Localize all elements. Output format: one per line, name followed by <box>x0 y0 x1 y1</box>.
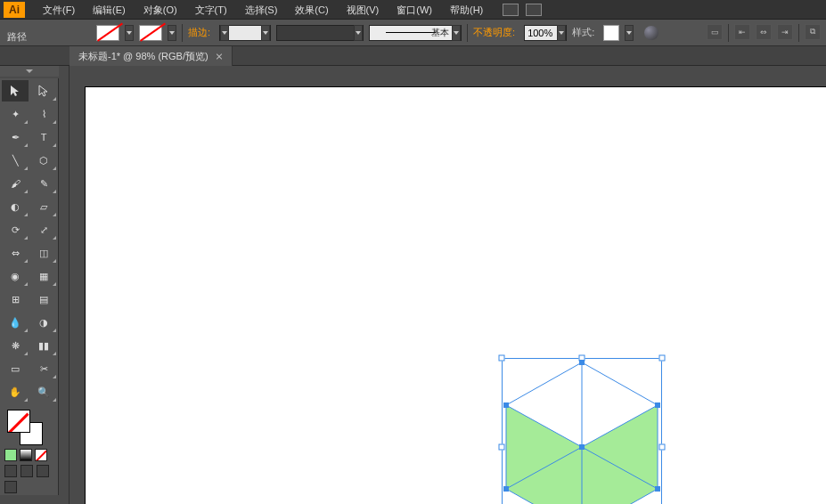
screen-mode-icon[interactable] <box>4 481 17 493</box>
eyedropper-tool[interactable]: 💧 <box>2 312 29 333</box>
blob-brush-tool[interactable]: ◐ <box>2 196 29 217</box>
perspective-grid-tool[interactable]: ▦ <box>30 265 57 287</box>
draw-inside-icon[interactable] <box>37 465 49 477</box>
shape-builder-tool[interactable]: ◉ <box>2 265 29 287</box>
gradient-swatch[interactable] <box>20 449 32 461</box>
anchor-ll[interactable] <box>503 486 509 492</box>
align-center-h-icon[interactable]: ⇔ <box>756 24 772 40</box>
recolor-artwork-icon[interactable] <box>644 26 658 40</box>
document-tab-bar: 未标题-1* @ 98% (RGB/预览) <box>0 46 826 66</box>
lasso-tool[interactable]: ⌇ <box>30 103 57 125</box>
gradient-tool[interactable]: ▤ <box>30 289 57 310</box>
left-gutter: ✦ ⌇ ✒ T ╲ ⬡ 🖌 ✎ ◐ ▱ ⟳ ⤢ ⇔ ◫ ◉ ▦ ⊞ ▤ 💧 ◑ <box>0 66 70 504</box>
magic-wand-tool[interactable]: ✦ <box>2 103 29 125</box>
style-label: 样式: <box>572 26 594 39</box>
arrange-docs-icon[interactable] <box>526 4 542 16</box>
transform-icon[interactable]: ⧉ <box>805 24 821 40</box>
document-tab-title: 未标题-1* @ 98% (RGB/预览) <box>78 50 209 63</box>
menu-view[interactable]: 视图(V) <box>338 0 388 20</box>
slice-tool[interactable]: ✂ <box>30 358 57 379</box>
rotate-tool[interactable]: ⟳ <box>2 219 29 240</box>
anchor-lr[interactable] <box>655 486 660 492</box>
width-tool[interactable]: ⇔ <box>2 242 29 264</box>
free-transform-tool[interactable]: ◫ <box>30 242 57 264</box>
scale-tool[interactable]: ⤢ <box>30 219 57 240</box>
anchor-ur[interactable] <box>655 402 660 408</box>
artboard <box>86 87 826 504</box>
stroke-dropdown[interactable] <box>168 25 176 41</box>
opacity-input[interactable] <box>525 26 557 40</box>
anchor-top[interactable] <box>579 360 585 365</box>
eraser-tool[interactable]: ▱ <box>30 196 57 217</box>
menu-type[interactable]: 文字(T) <box>186 0 236 20</box>
draw-normal-icon[interactable] <box>4 465 17 477</box>
close-tab-icon[interactable] <box>216 53 223 60</box>
menu-help[interactable]: 帮助(H) <box>441 0 492 20</box>
none-swatch[interactable] <box>35 449 47 461</box>
bounding-box <box>502 358 662 504</box>
stroke-width-combo[interactable] <box>219 25 271 41</box>
mesh-tool[interactable]: ⊞ <box>2 289 29 310</box>
fill-stroke-swatch[interactable] <box>7 410 43 445</box>
handle-ml[interactable] <box>499 444 505 451</box>
draw-behind-icon[interactable] <box>20 465 33 477</box>
align-panel-icon[interactable]: ▭ <box>707 24 723 40</box>
shape-tool[interactable]: ⬡ <box>30 150 57 171</box>
anchor-ul[interactable] <box>503 402 509 408</box>
menu-file[interactable]: 文件(F) <box>34 0 84 20</box>
hand-tool[interactable]: ✋ <box>2 381 29 402</box>
menu-window[interactable]: 窗口(W) <box>388 0 441 20</box>
bridge-icon[interactable] <box>503 4 519 16</box>
anchor-center[interactable] <box>579 444 585 450</box>
opacity-combo[interactable] <box>524 25 567 41</box>
menu-select[interactable]: 选择(S) <box>236 0 287 20</box>
selected-object[interactable] <box>502 358 662 504</box>
pen-tool[interactable]: ✒ <box>2 126 29 148</box>
stroke-swatch[interactable] <box>139 25 162 41</box>
var-width-profile[interactable] <box>276 25 364 41</box>
blend-tool[interactable]: ◑ <box>30 312 57 333</box>
brush-definition[interactable]: 基本 <box>369 25 462 41</box>
context-label: 路径 <box>7 30 27 44</box>
type-tool[interactable]: T <box>30 126 57 148</box>
canvas[interactable] <box>70 66 826 504</box>
toolbox-handle[interactable] <box>0 66 59 77</box>
document-tab[interactable]: 未标题-1* @ 98% (RGB/预览) <box>70 46 233 66</box>
toolbox: ✦ ⌇ ✒ T ╲ ⬡ 🖌 ✎ ◐ ▱ ⟳ ⤢ ⇔ ◫ ◉ ▦ ⊞ ▤ 💧 ◑ <box>0 78 59 495</box>
graph-tool[interactable]: ▮▮ <box>30 335 57 356</box>
stroke-label: 描边: <box>188 26 210 39</box>
stroke-width-input[interactable] <box>229 26 261 40</box>
direct-selection-tool[interactable] <box>30 80 57 102</box>
graphic-style-dropdown[interactable] <box>625 25 634 41</box>
pencil-tool[interactable]: ✎ <box>30 173 57 194</box>
opacity-label: 不透明度: <box>473 26 515 39</box>
menu-edit[interactable]: 编辑(E) <box>84 0 135 20</box>
fill-swatch[interactable] <box>96 25 119 41</box>
menu-object[interactable]: 对象(O) <box>135 0 186 20</box>
handle-mr[interactable] <box>659 444 666 451</box>
line-tool[interactable]: ╲ <box>2 150 29 171</box>
symbol-sprayer-tool[interactable]: ❋ <box>2 335 29 356</box>
options-bar: 路径 描边: 基本 不透明度: 样式: ▭ ⇤ ⇔ ⇥ ⧉ <box>0 20 826 46</box>
app-icon: Ai <box>4 2 25 18</box>
zoom-tool[interactable]: 🔍 <box>30 381 57 402</box>
fill-dropdown[interactable] <box>125 25 134 41</box>
align-right-icon[interactable]: ⇥ <box>777 24 793 40</box>
selection-tool[interactable] <box>2 80 29 102</box>
paintbrush-tool[interactable]: 🖌 <box>2 173 29 194</box>
artboard-tool[interactable]: ▭ <box>2 358 29 379</box>
align-left-icon[interactable]: ⇤ <box>734 24 750 40</box>
menu-effect[interactable]: 效果(C) <box>286 0 337 20</box>
last-color-swatch[interactable] <box>4 449 17 461</box>
menubar: Ai 文件(F) 编辑(E) 对象(O) 文字(T) 选择(S) 效果(C) 视… <box>0 0 826 20</box>
handle-tr[interactable] <box>659 355 666 362</box>
handle-tl[interactable] <box>499 355 505 362</box>
graphic-style-swatch[interactable] <box>603 25 619 41</box>
